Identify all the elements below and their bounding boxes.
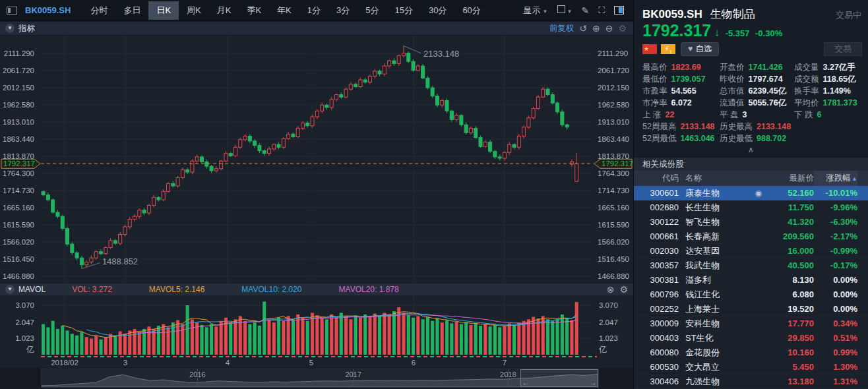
indicator-dropdown-icon[interactable]: ▼ — [5, 24, 15, 33]
svg-text:3.070: 3.070 — [15, 301, 34, 309]
svg-text:1.023: 1.023 — [15, 334, 34, 342]
navigator-year-label: 2017 — [345, 371, 361, 378]
zoom-in-icon[interactable]: ⊕ — [592, 23, 600, 34]
tab-1分[interactable]: 1分 — [299, 1, 328, 20]
table-row-300406[interactable]: 300406九强生物13.1801.31% — [634, 374, 868, 389]
quote-symbol: BK0059.SH — [642, 8, 702, 20]
xaxis-label: 5 — [309, 359, 313, 367]
table-row-002680[interactable]: 002680长生生物11.750-9.96% — [634, 200, 868, 215]
window-icon[interactable] — [7, 7, 17, 15]
tab-15分[interactable]: 15分 — [387, 1, 420, 20]
tab-30分[interactable]: 30分 — [421, 1, 454, 20]
svg-text:1665.160: 1665.160 — [598, 204, 629, 212]
close-icon[interactable]: ⊗ — [607, 284, 615, 295]
stat-cell: 平均价1781.373 — [794, 98, 864, 109]
svg-text:1566.020: 1566.020 — [3, 238, 34, 246]
svg-text:1913.010: 1913.010 — [3, 118, 34, 126]
table-row-300601[interactable]: 300601康泰生物◉52.160-10.01% — [634, 186, 868, 200]
xaxis-label: 3 — [123, 359, 127, 367]
table-row-300381[interactable]: 300381溢多利8.1300.00% — [634, 273, 868, 287]
tab-月K[interactable]: 月K — [209, 1, 239, 20]
cn-flag-icon: ★ — [642, 44, 657, 54]
svg-text:1962.580: 1962.580 — [598, 101, 629, 109]
watch-eye-icon[interactable]: ◉ — [755, 186, 762, 200]
tab-周K[interactable]: 周K — [179, 1, 209, 20]
tab-日K[interactable]: 日K — [148, 1, 179, 20]
header-price[interactable]: 最新价 — [764, 171, 814, 186]
tab-年K[interactable]: 年K — [269, 1, 299, 20]
header-name[interactable]: 名称 — [679, 171, 764, 186]
table-row-600080[interactable]: 600080金花股份10.1600.99% — [634, 345, 868, 360]
header-change-sorted[interactable]: 涨跌幅▲ — [814, 171, 857, 186]
pen-icon[interactable]: ✎ — [581, 5, 589, 16]
stat-cell — [794, 121, 864, 133]
stat-cell: 成交额118.65亿 — [794, 74, 864, 86]
xaxis-label: 7 — [503, 359, 507, 367]
svg-text:1615.590: 1615.590 — [598, 221, 629, 229]
price-change-percent: -0.30% — [755, 28, 782, 38]
svg-text:2061.720: 2061.720 — [598, 67, 629, 75]
mavol-item: MAVOL5: 2.146 — [149, 285, 205, 294]
quote-name: 生物制品 — [710, 8, 755, 20]
svg-text:1566.020: 1566.020 — [598, 238, 629, 246]
collapse-stats-chevron[interactable]: ∧ — [748, 145, 754, 154]
mavol-item: VOL: 3.272 — [72, 285, 112, 294]
mavol-dropdown-icon[interactable]: ▼ — [5, 285, 15, 294]
navigator-selection-window[interactable]: ← → — [520, 369, 598, 387]
stat-cell: 历史最低988.702 — [720, 133, 794, 145]
symbol-link[interactable]: BK0059.SH — [25, 5, 71, 15]
adjust-mode-button[interactable]: 前复权 — [549, 23, 574, 34]
table-row-600796[interactable]: 600796钱江生化6.0800.00% — [634, 287, 868, 302]
svg-text:2012.150: 2012.150 — [598, 84, 629, 92]
side-panel-toggle-icon[interactable] — [614, 6, 624, 15]
navigator-left-handle[interactable]: ← — [522, 380, 529, 386]
table-row-600530[interactable]: 600530交大昂立5.4501.30% — [634, 360, 868, 374]
svg-text:1792.317: 1792.317 — [3, 160, 35, 167]
header-code[interactable]: 代码 — [634, 171, 679, 186]
quote-title: BK0059.SH生物制品 — [642, 7, 755, 22]
table-row-002252[interactable]: 002252上海莱士19.5200.00% — [634, 302, 868, 316]
undo-icon[interactable]: ↺ — [579, 23, 587, 34]
table-row-300122[interactable]: 300122智飞生物41.320-6.30% — [634, 215, 868, 229]
stat-cell: 昨收价1797.674 — [720, 74, 794, 86]
stat-cell: 最低价1739.057 — [642, 74, 720, 86]
svg-text:2061.720: 2061.720 — [3, 67, 34, 75]
stat-cell: 市净率6.072 — [642, 98, 720, 109]
svg-text:亿: 亿 — [26, 345, 34, 354]
tab-5分[interactable]: 5分 — [357, 1, 387, 20]
tab-多日[interactable]: 多日 — [115, 1, 148, 20]
gear-icon[interactable]: ⚙ — [619, 284, 628, 295]
main-candlestick-chart[interactable]: 2111.2902111.2902061.7202061.7202012.150… — [0, 36, 633, 284]
down-arrow-icon: ↓ — [714, 26, 720, 39]
trade-button[interactable]: 交易 — [824, 42, 862, 56]
tab-3分[interactable]: 3分 — [328, 1, 357, 20]
svg-text:1714.730: 1714.730 — [3, 187, 34, 194]
navigator-right-handle[interactable]: → — [590, 380, 596, 386]
stat-cell: 最高价1823.69 — [642, 62, 720, 74]
table-row-300009[interactable]: 300009安科生物17.7700.34% — [634, 316, 868, 331]
constituents-table: 代码 名称 最新价 涨跌幅▲ 300601康泰生物◉52.160-10.01%0… — [634, 171, 868, 389]
table-row-002030[interactable]: 002030达安基因16.000-0.99% — [634, 244, 868, 258]
svg-text:1516.450: 1516.450 — [3, 255, 34, 263]
chevron-down-icon: ▼ — [543, 9, 548, 15]
tab-60分[interactable]: 60分 — [454, 1, 488, 20]
tab-季K[interactable]: 季K — [239, 1, 269, 20]
table-row-000661[interactable]: 000661长春高新209.560-2.17% — [634, 229, 868, 244]
top-toolbar: BK0059.SH 分时多日日K周K月K季K年K1分3分5分15分30分60分 … — [0, 0, 633, 21]
svg-text:1714.730: 1714.730 — [598, 187, 629, 194]
table-row-300357[interactable]: 300357我武生物40.500-0.17% — [634, 258, 868, 273]
timeline-navigator[interactable]: 201620172018 ← → — [41, 369, 599, 388]
display-menu[interactable]: 显示▼ — [524, 5, 548, 16]
add-favorite-button[interactable]: ♥自选 — [681, 42, 719, 56]
tab-分时[interactable]: 分时 — [82, 1, 115, 20]
gear-icon[interactable]: ⚙ — [618, 23, 627, 34]
lightning-badge-icon[interactable]: ⚡1 — [661, 44, 675, 54]
stat-cell: 52周最高2133.148 — [642, 121, 720, 133]
svg-text:1.023: 1.023 — [599, 334, 618, 342]
drawing-shape-menu[interactable]: ▼ — [557, 5, 573, 15]
table-row-000403[interactable]: 000403ST生化29.8500.51% — [634, 331, 868, 345]
mavol-item: MAVOL20: 1.878 — [339, 285, 399, 294]
fullscreen-icon[interactable]: ⛶ — [598, 5, 605, 16]
volume-chart[interactable]: 3.0703.0702.0472.0471.0231.023亿亿 — [0, 295, 633, 356]
zoom-out-icon[interactable]: ⊖ — [605, 23, 613, 34]
